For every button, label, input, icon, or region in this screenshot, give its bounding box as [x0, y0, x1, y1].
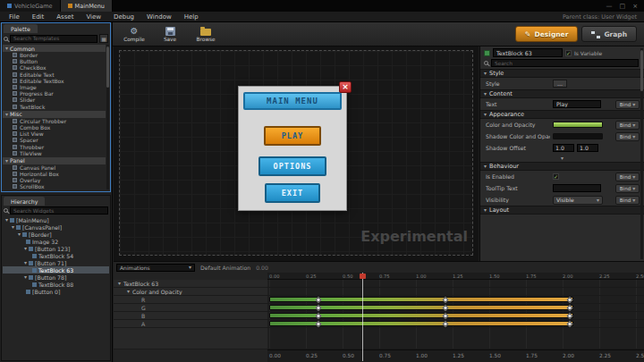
palette-item-list-view[interactable]: List View: [3, 130, 106, 137]
graph-mode-button[interactable]: Graph: [581, 26, 637, 42]
hierarchy-item-button-123[interactable]: ▾[Button 123]: [3, 245, 109, 252]
palette-view-options-button[interactable]: ▦: [99, 34, 108, 43]
palette-item-checkbox[interactable]: CheckBox: [3, 64, 106, 71]
palette-category-panel[interactable]: ▾Panel: [3, 157, 106, 164]
animations-dropdown[interactable]: Animations ▾: [116, 264, 195, 272]
menu-window[interactable]: Window: [140, 13, 178, 21]
palette-scrollbar[interactable]: [106, 45, 109, 189]
hierarchy-item-border[interactable]: ▾[Border]: [3, 231, 109, 238]
palette-item-combo-box[interactable]: Combo Box: [3, 124, 106, 130]
designer-mode-button[interactable]: ✎ Designer: [515, 26, 579, 42]
hierarchy-item-textblock-54[interactable]: TextBlock 54: [3, 252, 109, 259]
color-swatch[interactable]: [553, 122, 603, 128]
timeline-track-color-and-opacity[interactable]: ▾ Color and Opacity: [114, 288, 267, 296]
hierarchy-item-textblock-63[interactable]: TextBlock 63: [3, 266, 109, 274]
close-button[interactable]: ×: [632, 3, 638, 10]
timeline-ruler-top[interactable]: 0.000.250.500.751.001.251.501.752.002.25…: [267, 273, 644, 280]
keyframe-diamond[interactable]: [566, 305, 572, 311]
shadow-color-swatch[interactable]: [553, 133, 603, 139]
hierarchy-item-button-0[interactable]: [Button 0]: [3, 288, 109, 295]
timeline-lane[interactable]: [267, 296, 644, 304]
palette-item-throbber[interactable]: Throbber: [3, 143, 106, 149]
keyframe-diamond[interactable]: [316, 297, 322, 303]
palette-category-misc[interactable]: ▾Misc: [3, 111, 106, 118]
main-menu-title[interactable]: MAIN MENU: [243, 92, 342, 110]
browse-button[interactable]: Browse: [190, 23, 222, 46]
palette-item-overlay[interactable]: Overlay: [3, 177, 106, 183]
playhead-marker[interactable]: [360, 274, 366, 279]
menu-view[interactable]: View: [80, 13, 107, 21]
keyframe-diamond[interactable]: [566, 313, 572, 319]
style-edit-button[interactable]: …: [553, 80, 567, 88]
appearance-expander[interactable]: ▾: [480, 154, 644, 162]
palette-item-editable-textbox[interactable]: Editable TextBox: [3, 78, 106, 84]
scrollbar-thumb[interactable]: [106, 46, 109, 88]
details-scrollbar[interactable]: [640, 48, 643, 259]
visibility-dropdown[interactable]: Visible▾: [553, 196, 603, 205]
hierarchy-search-input[interactable]: [10, 206, 108, 215]
dialog-close-button[interactable]: ×: [339, 81, 352, 93]
palette-item-horizontal-box[interactable]: Horizontal Box: [3, 171, 106, 177]
palette-item-spacer[interactable]: Spacer: [3, 137, 106, 143]
bind-button[interactable]: Bind▾: [615, 121, 640, 130]
bind-button[interactable]: Bind▾: [615, 100, 640, 109]
bind-button[interactable]: Bind▾: [615, 132, 640, 141]
palette-tab[interactable]: Palette: [4, 24, 38, 33]
timeline-subtrack-label[interactable]: R: [114, 296, 267, 304]
palette-search-input[interactable]: [10, 35, 97, 43]
menu-edit[interactable]: Edit: [26, 13, 51, 21]
timeline-subtrack-label[interactable]: B: [114, 312, 267, 320]
keyframe-diamond[interactable]: [442, 297, 448, 303]
hierarchy-item-image-32[interactable]: Image 32: [3, 238, 109, 245]
hierarchy-item-textblock-88[interactable]: TextBlock 88: [3, 281, 109, 288]
play-button[interactable]: PLAY: [264, 126, 321, 146]
keyframe-diamond[interactable]: [442, 305, 448, 311]
text-value-input[interactable]: [553, 100, 601, 108]
minimize-button[interactable]: —: [606, 3, 613, 10]
keyframe-diamond[interactable]: [316, 305, 322, 311]
hierarchy-item-canvaspanel[interactable]: ▾[CanvasPanel]: [3, 223, 109, 231]
timeline-lane[interactable]: [267, 280, 644, 288]
palette-item-canvas-panel[interactable]: Canvas Panel: [3, 164, 106, 171]
keyframe-diamond[interactable]: [566, 297, 572, 303]
timeline-subtrack-label[interactable]: A: [114, 320, 267, 328]
palette-item-progress-bar[interactable]: Progress Bar: [3, 90, 106, 97]
widget-name-input[interactable]: [493, 48, 563, 57]
section-style[interactable]: ▾ Style: [480, 69, 644, 78]
timeline-subtrack-label[interactable]: G: [114, 304, 267, 312]
timeline-lane[interactable]: [267, 328, 644, 349]
designer-canvas[interactable]: Experimental MAIN MENU × PLAY OPTIONS EX…: [114, 46, 479, 261]
keyframe-diamond[interactable]: [316, 321, 322, 327]
menu-file[interactable]: File: [3, 13, 26, 21]
keyframe-diamond[interactable]: [316, 313, 322, 319]
keyframe-diamond[interactable]: [566, 321, 572, 327]
bind-button[interactable]: Bind▾: [615, 173, 640, 181]
section-content[interactable]: ▾ Content: [480, 89, 644, 98]
playhead-line[interactable]: [362, 273, 363, 361]
menu-asset[interactable]: Asset: [50, 13, 80, 21]
main-menu-widget[interactable]: MAIN MENU × PLAY OPTIONS EXIT: [238, 86, 347, 211]
options-button[interactable]: OPTIONS: [258, 156, 326, 176]
palette-item-editable-text[interactable]: Editable Text: [3, 72, 106, 78]
keyframe-diamond[interactable]: [442, 321, 448, 327]
save-button[interactable]: Save: [154, 23, 186, 46]
palette-item-slider[interactable]: Slider: [3, 97, 106, 103]
shadow-offset-x-input[interactable]: [553, 144, 574, 152]
timeline-lane[interactable]: [267, 320, 644, 328]
timeline-lane[interactable]: [267, 288, 644, 296]
bind-button[interactable]: Bind▾: [615, 184, 640, 193]
palette-item-circular-throbber[interactable]: Circular Throbber: [3, 118, 106, 124]
scrollbar-thumb[interactable]: [640, 50, 643, 91]
palette-item-scrollbox[interactable]: ScrollBox: [3, 183, 106, 189]
hierarchy-item-button-71[interactable]: ▾[Button 71]: [3, 259, 109, 266]
timeline-lane[interactable]: [267, 312, 644, 320]
hierarchy-item-mainmenu[interactable]: ▾[MainMenu]: [3, 216, 109, 223]
bind-button[interactable]: Bind▾: [615, 196, 640, 205]
palette-item-textblock[interactable]: TextBlock: [3, 104, 106, 110]
menu-help[interactable]: Help: [178, 13, 205, 21]
timeline-track-group[interactable]: ▾ TextBlock 63: [114, 280, 267, 288]
exit-button[interactable]: EXIT: [265, 183, 320, 203]
timeline-lane[interactable]: [267, 304, 644, 312]
menu-debug[interactable]: Debug: [107, 13, 140, 21]
section-layout[interactable]: ▾ Layout: [480, 206, 644, 215]
